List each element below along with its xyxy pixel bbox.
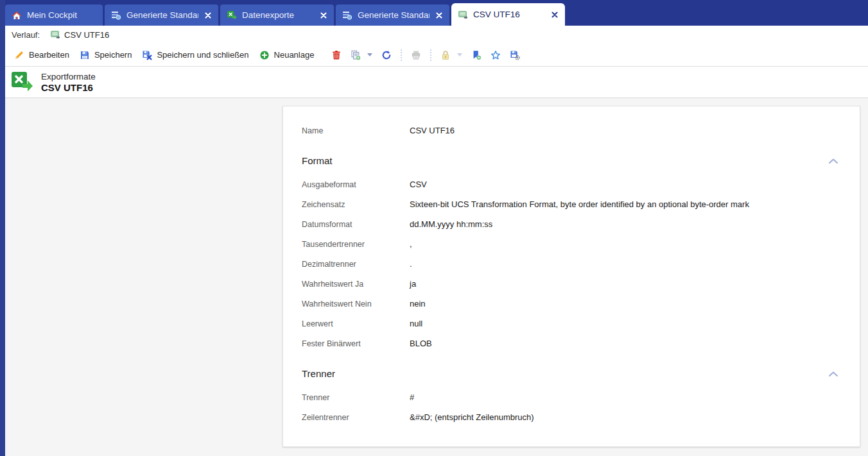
history-item-csv-utf16[interactable]: CSV UTF16 bbox=[50, 30, 109, 40]
field-value: dd.MM.yyyy hh:mm:ss bbox=[410, 219, 492, 229]
tab-generierte-standard-1[interactable]: Generierte Standar... bbox=[105, 4, 218, 26]
save-and-close-button[interactable]: Speichern und schließen bbox=[137, 47, 254, 63]
field-label: Zeilentrenner bbox=[302, 413, 410, 422]
window-edge bbox=[0, 0, 5, 456]
field-value: , bbox=[410, 239, 412, 249]
field-value: null bbox=[410, 319, 422, 328]
close-icon[interactable] bbox=[550, 10, 559, 19]
form-row: Dezimaltrenner. bbox=[302, 254, 840, 274]
tab-label: CSV UTF16 bbox=[473, 10, 545, 19]
field-value: CSV bbox=[410, 180, 427, 189]
save-button-label: Speichern bbox=[94, 50, 132, 60]
field-value: . bbox=[410, 259, 412, 269]
print-button bbox=[406, 47, 426, 63]
record-header: Exportformate CSV UTF16 bbox=[5, 67, 868, 98]
form-body: NameCSV UTF16FormatAusgabeformatCSVZeich… bbox=[302, 121, 840, 427]
field-value: CSV UTF16 bbox=[410, 126, 455, 135]
record-title: CSV UTF16 bbox=[41, 82, 96, 93]
field-label: Wahrheitswert Ja bbox=[302, 280, 410, 289]
floppy-icon bbox=[80, 50, 90, 60]
new-record-button-label: Neuanlage bbox=[274, 50, 315, 60]
field-value: BLOB bbox=[410, 339, 432, 348]
tab-csv-utf16[interactable]: CSV UTF16 bbox=[451, 3, 565, 26]
refresh-icon bbox=[381, 50, 392, 60]
form-row: Wahrheitswert Neinnein bbox=[302, 294, 840, 314]
tab-label: Generierte Standar... bbox=[358, 10, 430, 20]
field-value: Sixteen-bit UCS Transformation Format, b… bbox=[410, 199, 749, 209]
tab-label: Datenexporte bbox=[242, 10, 314, 20]
field-label: Wahrheitswert Nein bbox=[302, 300, 410, 308]
record-type-label: Exportformate bbox=[41, 72, 96, 81]
field-label: Fester Binärwert bbox=[302, 339, 410, 348]
toolbar-separator bbox=[401, 49, 402, 61]
floppy-close-icon bbox=[142, 50, 152, 60]
pencil-icon bbox=[14, 50, 24, 60]
csv-icon bbox=[458, 10, 468, 20]
field-label: Datumsformat bbox=[302, 220, 410, 229]
chevron-down-icon bbox=[457, 53, 462, 56]
chevron-up-icon bbox=[829, 371, 838, 376]
export-icon bbox=[227, 10, 237, 21]
field-label: Tausendertrenner bbox=[302, 240, 410, 249]
delete-button[interactable] bbox=[327, 47, 346, 63]
collapse-section-button[interactable] bbox=[826, 370, 840, 378]
form-row: NameCSV UTF16 bbox=[302, 121, 840, 140]
section-title: Format bbox=[302, 155, 333, 166]
toolbar-separator bbox=[430, 49, 431, 61]
floppy-gear-icon bbox=[510, 50, 520, 60]
field-label: Name bbox=[302, 126, 410, 135]
bookmark-add-button[interactable] bbox=[467, 47, 486, 63]
close-icon[interactable] bbox=[319, 11, 328, 20]
form-row: Fester BinärwertBLOB bbox=[302, 334, 840, 353]
save-button[interactable]: Speichern bbox=[74, 47, 137, 63]
toolbar: Bearbeiten Speichern Speichern bbox=[5, 44, 868, 67]
form-row: Tausendertrenner, bbox=[302, 234, 840, 254]
copy-plus-icon bbox=[351, 50, 361, 60]
form-row: Wahrheitswert Jaja bbox=[302, 274, 840, 294]
field-value: nein bbox=[410, 299, 426, 308]
tab-label: Generierte Standar... bbox=[126, 10, 198, 20]
field-value: # bbox=[410, 393, 414, 402]
bookmark-plus-icon bbox=[471, 50, 482, 60]
star-icon bbox=[490, 50, 501, 60]
form-row: Leerwertnull bbox=[302, 314, 840, 334]
tab-label: Mein Cockpit bbox=[27, 10, 97, 20]
save-settings-button[interactable] bbox=[505, 47, 525, 63]
tab-datenexporte[interactable]: Datenexporte bbox=[220, 4, 334, 26]
section-header: Trenner bbox=[302, 364, 840, 384]
tab-mein-cockpit[interactable]: Mein Cockpit bbox=[5, 4, 103, 26]
close-icon[interactable] bbox=[204, 11, 213, 20]
report-search-icon bbox=[111, 10, 121, 21]
save-and-close-button-label: Speichern und schließen bbox=[157, 50, 248, 60]
chevron-down-icon bbox=[367, 53, 372, 56]
home-icon bbox=[12, 10, 22, 21]
field-value: ja bbox=[410, 279, 416, 289]
form-row: Datumsformatdd.MM.yyyy hh:mm:ss bbox=[302, 214, 840, 234]
csv-icon bbox=[50, 30, 60, 40]
close-icon[interactable] bbox=[435, 11, 444, 20]
collapse-section-button[interactable] bbox=[826, 157, 840, 165]
report-search-icon bbox=[342, 10, 352, 21]
trash-icon bbox=[331, 50, 342, 60]
form-row: ZeichensatzSixteen-bit UCS Transformatio… bbox=[302, 194, 840, 214]
history-item-label: CSV UTF16 bbox=[64, 30, 109, 40]
edit-button-label: Bearbeiten bbox=[29, 50, 69, 60]
refresh-button[interactable] bbox=[377, 47, 396, 63]
copy-button[interactable] bbox=[346, 47, 377, 63]
form-row: Zeilentrenner&#xD; (entspricht Zeilenumb… bbox=[302, 407, 840, 427]
edit-button[interactable]: Bearbeiten bbox=[9, 47, 74, 63]
lock-button bbox=[436, 47, 467, 63]
tab-bar: Mein Cockpit Generierte Standar... Daten… bbox=[0, 0, 868, 26]
field-label: Ausgabeformat bbox=[302, 180, 410, 189]
field-label: Zeichensatz bbox=[302, 200, 410, 209]
tab-generierte-standard-2[interactable]: Generierte Standar... bbox=[336, 4, 449, 26]
history-label: Verlauf: bbox=[12, 30, 40, 40]
plus-circle-icon bbox=[259, 50, 270, 60]
export-format-icon bbox=[10, 71, 33, 94]
favorite-button[interactable] bbox=[486, 47, 505, 63]
new-record-button[interactable]: Neuanlage bbox=[254, 47, 320, 63]
detail-card: NameCSV UTF16FormatAusgabeformatCSVZeich… bbox=[282, 106, 860, 447]
main-area: NameCSV UTF16FormatAusgabeformatCSVZeich… bbox=[0, 98, 868, 456]
field-label: Leerwert bbox=[302, 319, 410, 328]
form-row: AusgabeformatCSV bbox=[302, 174, 840, 194]
